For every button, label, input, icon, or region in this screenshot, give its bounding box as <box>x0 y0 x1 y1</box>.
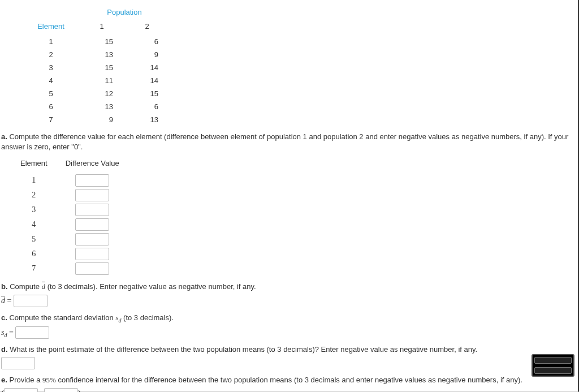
diff-element: 1 <box>11 173 57 188</box>
ci-percent: 95% <box>42 376 56 384</box>
question-b-label: b. <box>1 282 8 291</box>
diff-element: 4 <box>11 217 57 232</box>
pop2-cell: 15 <box>124 87 170 100</box>
population-header: Population <box>79 6 170 20</box>
pop1-cell: 13 <box>79 100 124 113</box>
diff-input-6[interactable] <box>75 248 109 260</box>
table-row: 41114 <box>23 74 170 87</box>
ci-upper-input[interactable] <box>44 388 78 392</box>
pop2-cell: 9 <box>124 48 170 61</box>
question-d-text: What is the point estimate of the differ… <box>10 345 477 354</box>
element-cell: 4 <box>23 74 79 87</box>
question-c-label: c. <box>1 313 7 322</box>
question-c-text-before: Compute the standard deviation <box>9 313 115 322</box>
diff-row: 5 <box>11 232 128 247</box>
dbar-equation: d = <box>1 295 577 307</box>
diff-row: 7 <box>11 261 128 276</box>
diff-input-1[interactable] <box>75 174 109 187</box>
d-bar-symbol: d <box>42 282 46 292</box>
element-cell: 7 <box>23 113 79 126</box>
element-cell: 1 <box>23 35 79 48</box>
element-cell: 2 <box>23 48 79 61</box>
question-d: d. What is the point estimate of the dif… <box>1 344 577 355</box>
diff-row: 3 <box>11 203 128 217</box>
diff-row: 1 <box>11 173 128 188</box>
pop2-cell: 13 <box>124 113 170 126</box>
question-e-text-before: Provide a <box>9 376 42 384</box>
pop1-header: 1 <box>79 20 124 35</box>
diff-element: 7 <box>11 261 57 276</box>
pop1-cell: 15 <box>79 61 124 74</box>
question-d-label: d. <box>1 345 8 354</box>
question-e-text-after: confidence interval for the difference b… <box>56 376 522 384</box>
element-header: Element <box>23 20 79 35</box>
equals-sign: = <box>7 328 15 337</box>
page: Population Element 1 2 1156 2139 31514 4… <box>0 0 579 392</box>
table-row: 51215 <box>23 87 170 100</box>
question-e-label: e. <box>1 376 7 384</box>
equals-sign: = <box>5 296 14 305</box>
difference-table: Element Difference Value 1 2 3 4 5 6 7 <box>11 157 128 276</box>
diff-input-7[interactable] <box>75 262 109 275</box>
sd-input[interactable] <box>15 326 49 339</box>
diff-input-5[interactable] <box>75 233 109 245</box>
pop1-cell: 13 <box>79 48 124 61</box>
diff-input-2[interactable] <box>75 189 109 201</box>
toolbar-widget[interactable] <box>532 354 574 377</box>
pop1-cell: 15 <box>79 35 124 48</box>
diff-value-header: Difference Value <box>57 157 128 173</box>
question-e: e. Provide a 95% confidence interval for… <box>1 375 527 385</box>
table-row: 7913 <box>23 113 170 126</box>
question-a: a. Compute the difference value for each… <box>1 132 577 152</box>
question-b: b. Compute d (to 3 decimals). Enter nega… <box>1 282 577 292</box>
question-b-text-after: (to 3 decimals). Enter negative value as… <box>45 282 256 291</box>
comma: , <box>38 390 44 392</box>
ci-equation: ( , ) <box>1 388 577 392</box>
diff-element: 6 <box>11 247 57 261</box>
table-row: 6136 <box>23 100 170 113</box>
sd-equation: sd = <box>1 326 577 339</box>
question-a-text: Compute the difference value for each el… <box>1 132 568 151</box>
toolbar-bar <box>534 367 572 374</box>
pop2-cell: 14 <box>124 74 170 87</box>
population-table: Population Element 1 2 1156 2139 31514 4… <box>23 6 170 126</box>
pop2-cell: 14 <box>124 61 170 74</box>
toolbar-bar <box>534 357 572 364</box>
question-c-text-after: (to 3 decimals). <box>121 313 173 322</box>
diff-row: 2 <box>11 188 128 203</box>
table-row: 31514 <box>23 61 170 74</box>
question-c: c. Compute the standard deviation sd (to… <box>1 313 577 325</box>
element-cell: 3 <box>23 61 79 74</box>
pop2-header: 2 <box>124 20 170 35</box>
diff-input-4[interactable] <box>75 218 109 231</box>
element-cell: 6 <box>23 100 79 113</box>
table-row: 1156 <box>23 35 170 48</box>
question-a-label: a. <box>1 132 7 141</box>
diff-input-3[interactable] <box>75 204 109 216</box>
sd-symbol: sd <box>1 328 7 337</box>
d-bar-symbol: d <box>1 296 5 305</box>
dbar-input[interactable] <box>14 295 47 307</box>
pop2-cell: 6 <box>124 35 170 48</box>
given-data-block: Population Element 1 2 1156 2139 31514 4… <box>0 0 578 126</box>
point-estimate-line <box>1 357 577 369</box>
element-cell: 5 <box>23 87 79 100</box>
diff-row: 6 <box>11 247 128 261</box>
question-b-text-before: Compute <box>10 282 41 291</box>
pop2-cell: 6 <box>124 100 170 113</box>
diff-element: 2 <box>11 188 57 203</box>
pop1-cell: 9 <box>79 113 124 126</box>
pop1-cell: 12 <box>79 87 124 100</box>
diff-row: 4 <box>11 217 128 232</box>
table-row: 2139 <box>23 48 170 61</box>
diff-element: 5 <box>11 232 57 247</box>
point-estimate-input[interactable] <box>1 357 35 369</box>
pop1-cell: 11 <box>79 74 124 87</box>
sd-symbol: sd <box>115 313 121 322</box>
diff-element: 3 <box>11 203 57 217</box>
diff-element-header: Element <box>11 157 57 173</box>
ci-lower-input[interactable] <box>4 388 38 392</box>
close-paren: ) <box>78 389 81 392</box>
